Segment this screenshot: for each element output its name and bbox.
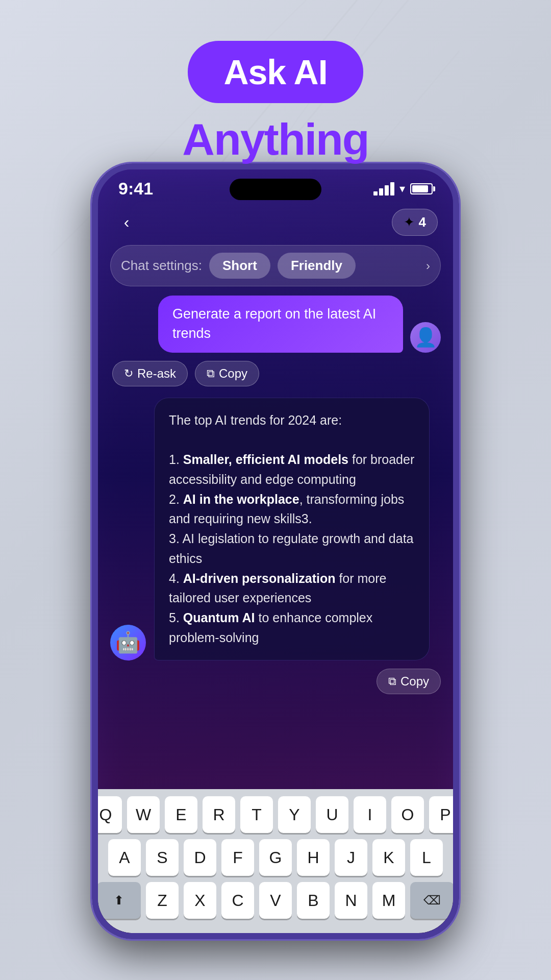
- chat-settings-bar[interactable]: Chat settings: Short Friendly ›: [110, 245, 441, 286]
- reask-icon: ↻: [124, 367, 133, 380]
- key-p[interactable]: P: [429, 796, 459, 833]
- action-buttons-row: ↻ Re-ask ⧉ Copy: [110, 361, 441, 386]
- ai-message-row: 🤖 The top AI trends for 2024 are: 1. Sma…: [110, 398, 441, 660]
- key-q[interactable]: Q: [92, 796, 122, 833]
- user-message-text: Generate a report on the latest AI trend…: [172, 306, 376, 341]
- key-h[interactable]: H: [297, 839, 330, 876]
- key-c[interactable]: C: [221, 882, 254, 919]
- user-message-row: Generate a report on the latest AI trend…: [110, 296, 441, 353]
- back-chevron-icon: ‹: [124, 213, 130, 232]
- copy-btn-row: ⧉ Copy: [110, 669, 441, 694]
- key-z[interactable]: Z: [146, 882, 179, 919]
- keyboard: Q W E R T Y U I O P A S D F G H J K: [98, 789, 453, 933]
- key-r[interactable]: R: [203, 796, 235, 833]
- key-m[interactable]: M: [372, 882, 405, 919]
- setting-friendly[interactable]: Friendly: [278, 253, 356, 279]
- ai-message-text: The top AI trends for 2024 are: 1. Small…: [169, 410, 415, 648]
- user-avatar: 👤: [410, 322, 441, 353]
- copy-label-top: Copy: [219, 366, 247, 381]
- signal-icon: [373, 182, 394, 195]
- reask-label: Re-ask: [137, 366, 176, 381]
- keyboard-row-2: A S D F G H J K L: [103, 839, 448, 876]
- subtitle-text: Anything: [0, 113, 551, 165]
- user-message-bubble: Generate a report on the latest AI trend…: [158, 296, 403, 353]
- copy-button-bottom[interactable]: ⧉ Copy: [377, 669, 441, 694]
- sparkle-icon: ✦: [404, 214, 415, 230]
- reask-button[interactable]: ↻ Re-ask: [112, 361, 188, 386]
- keyboard-row-3: ⬆ Z X C V B N M ⌫: [103, 882, 448, 919]
- key-s[interactable]: S: [146, 839, 179, 876]
- key-w[interactable]: W: [127, 796, 160, 833]
- key-u[interactable]: U: [316, 796, 348, 833]
- copy-icon-bottom: ⧉: [388, 675, 396, 688]
- key-backspace[interactable]: ⌫: [410, 882, 454, 919]
- chevron-right-icon: ›: [426, 259, 430, 273]
- key-k[interactable]: K: [372, 839, 405, 876]
- key-i[interactable]: I: [354, 796, 386, 833]
- key-g[interactable]: G: [259, 839, 292, 876]
- key-n[interactable]: N: [335, 882, 367, 919]
- key-j[interactable]: J: [335, 839, 367, 876]
- key-x[interactable]: X: [184, 882, 216, 919]
- ask-ai-badge: Ask AI: [188, 41, 363, 103]
- credits-badge[interactable]: ✦ 4: [392, 209, 438, 236]
- copy-button-top[interactable]: ⧉ Copy: [195, 361, 259, 386]
- key-d[interactable]: D: [184, 839, 216, 876]
- key-e[interactable]: E: [165, 796, 197, 833]
- key-o[interactable]: O: [391, 796, 424, 833]
- battery-icon: [410, 183, 433, 194]
- avatar-icon: 👤: [414, 327, 437, 348]
- copy-icon-top: ⧉: [207, 367, 215, 380]
- key-shift[interactable]: ⬆: [97, 882, 141, 919]
- header: Ask AI Anything: [0, 0, 551, 165]
- status-icons: ▾: [373, 182, 433, 195]
- chat-settings-label: Chat settings:: [121, 258, 202, 274]
- key-v[interactable]: V: [259, 882, 292, 919]
- key-f[interactable]: F: [221, 839, 254, 876]
- key-l[interactable]: L: [410, 839, 443, 876]
- setting-short[interactable]: Short: [209, 253, 270, 279]
- copy-label-bottom: Copy: [400, 674, 429, 689]
- keyboard-row-1: Q W E R T Y U I O P: [103, 796, 448, 833]
- back-button[interactable]: ‹: [113, 209, 140, 236]
- phone-interior: 9:41 ▾ ‹ ✦ 4: [98, 169, 453, 933]
- credits-count: 4: [419, 214, 426, 230]
- ai-intro: The top AI trends for 2024 are:: [169, 413, 342, 427]
- key-b[interactable]: B: [297, 882, 330, 919]
- dynamic-island: [230, 179, 321, 200]
- key-a[interactable]: A: [108, 839, 141, 876]
- badge-text: Ask AI: [223, 53, 327, 91]
- nav-bar: ‹ ✦ 4: [98, 204, 453, 241]
- key-t[interactable]: T: [240, 796, 273, 833]
- chat-area: Generate a report on the latest AI trend…: [98, 296, 453, 694]
- phone-frame: 9:41 ▾ ‹ ✦ 4: [92, 163, 459, 939]
- key-y[interactable]: Y: [278, 796, 311, 833]
- wifi-icon: ▾: [399, 182, 405, 195]
- ai-message-bubble: The top AI trends for 2024 are: 1. Small…: [154, 398, 430, 660]
- ai-avatar: 🤖: [110, 625, 146, 660]
- status-time: 9:41: [118, 179, 153, 199]
